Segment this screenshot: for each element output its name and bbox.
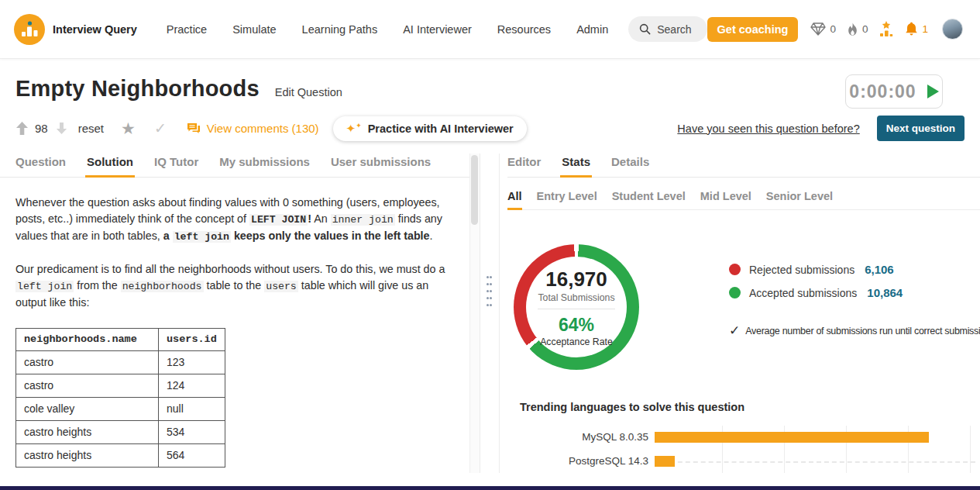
- search-button[interactable]: Search: [628, 16, 707, 42]
- stats-panel: Editor Stats Details All Entry Level Stu…: [500, 154, 980, 473]
- edit-question-link[interactable]: Edit Question: [275, 86, 342, 98]
- donut-center-divider: [538, 309, 615, 309]
- legend-row-rejected: Rejected submissions 6,106: [729, 263, 980, 276]
- nav-item-learning-paths[interactable]: Learning Paths: [302, 23, 378, 36]
- submissions-stats: 16,970 Total Submissions 64% Acceptance …: [507, 210, 980, 370]
- reset-link[interactable]: reset: [78, 122, 104, 135]
- check-icon: ✓: [729, 324, 740, 337]
- solution-paragraph-1: Whenever the question asks about finding…: [15, 195, 456, 245]
- table-row: castro heights564: [16, 443, 225, 467]
- action-right-group: Have you seen this question before? Next…: [677, 116, 965, 141]
- tab-solution[interactable]: Solution: [87, 155, 133, 168]
- page: Interview Query Practice Simulate Learni…: [0, 0, 980, 490]
- join-output-table: neighborhoods.name users.id castro123 ca…: [15, 328, 225, 468]
- bell-count: 1: [922, 23, 928, 35]
- tab-details[interactable]: Details: [611, 155, 649, 168]
- stats-level-filters: All Entry Level Student Level Mid Level …: [507, 178, 980, 210]
- acceptance-rate-label: Acceptance Rate: [540, 336, 613, 347]
- nav-item-ai-interviewer[interactable]: AI Interviewer: [403, 23, 472, 36]
- total-submissions-value: 16,970: [545, 267, 607, 292]
- total-submissions-label: Total Submissions: [538, 292, 614, 303]
- gem-counter: 0: [810, 22, 836, 36]
- legend-dot: [729, 264, 741, 275]
- play-icon[interactable]: [927, 85, 939, 98]
- filter-student-level[interactable]: Student Level: [612, 190, 686, 202]
- get-coaching-button[interactable]: Get coaching: [707, 17, 799, 42]
- content-panels: Question Solution IQ Tutor My submission…: [0, 154, 980, 473]
- bar-row-mysql: MySQL 8.0.35: [507, 430, 980, 443]
- donut-center: 16,970 Total Submissions 64% Acceptance …: [526, 257, 627, 357]
- trending-languages-title: Trending languages to solve this questio…: [507, 401, 980, 413]
- donut-legend: Rejected submissions 6,106 Accepted subm…: [729, 263, 980, 370]
- user-avatar[interactable]: [942, 19, 963, 40]
- table-row: castro124: [16, 374, 225, 397]
- filter-mid-level[interactable]: Mid Level: [700, 190, 751, 202]
- comments-icon: [187, 122, 201, 135]
- practice-ai-interviewer-button[interactable]: ✦✦ Practice with AI Interviewer: [333, 116, 527, 141]
- flame-icon[interactable]: [847, 22, 858, 36]
- splitter-drag-handle-icon[interactable]: [487, 276, 493, 311]
- mark-solved-check-icon[interactable]: ✓: [154, 121, 167, 136]
- solution-paragraph-2: Our predicament is to find all the neigh…: [15, 261, 456, 312]
- action-left-group: 98 reset ★ ✓ View comments (130) ✦✦ Prac…: [15, 116, 527, 141]
- page-title: Empty Neighborhoods: [15, 76, 260, 102]
- tab-editor[interactable]: Editor: [507, 155, 541, 168]
- action-row: 98 reset ★ ✓ View comments (130) ✦✦ Prac…: [0, 114, 980, 143]
- trend-bar: [655, 432, 929, 443]
- solution-content: Whenever the question asks about finding…: [0, 178, 480, 473]
- scrollbar-thumb[interactable]: [471, 155, 478, 225]
- timer-display: 0:00:00: [849, 81, 916, 102]
- streak-count: 0: [862, 23, 868, 35]
- timer-widget: 0:00:00: [845, 74, 943, 109]
- nav-item-simulate[interactable]: Simulate: [232, 23, 276, 36]
- downvote-icon[interactable]: [56, 122, 67, 135]
- view-comments-label: View comments (130): [207, 122, 319, 135]
- sparkles-icon: ✦✦: [346, 122, 362, 134]
- left-panel-scrollbar[interactable]: [469, 154, 480, 473]
- right-tabs: Editor Stats Details: [507, 154, 980, 178]
- upvote-icon[interactable]: [15, 121, 29, 136]
- filter-entry-level[interactable]: Entry Level: [537, 190, 597, 202]
- tab-stats[interactable]: Stats: [562, 155, 590, 168]
- legend-row-accepted: Accepted submissions 10,864: [729, 286, 980, 299]
- table-row: castro heights534: [16, 420, 225, 443]
- left-tabs: Question Solution IQ Tutor My submission…: [0, 154, 480, 178]
- main-nav: Practice Simulate Learning Paths AI Inte…: [167, 23, 608, 36]
- search-label: Search: [657, 23, 691, 36]
- nav-item-admin[interactable]: Admin: [576, 23, 608, 36]
- view-comments-link[interactable]: View comments (130): [187, 122, 319, 135]
- filter-senior-level[interactable]: Senior Level: [766, 190, 833, 202]
- gem-icon[interactable]: [810, 22, 826, 36]
- gem-count: 0: [830, 23, 836, 35]
- trending-languages-chart: MySQL 8.0.35 PostgreSQL 14.3: [507, 430, 980, 468]
- legend-dot: [729, 287, 741, 298]
- bell-icon[interactable]: [905, 22, 918, 36]
- tab-user-submissions[interactable]: User submissions: [331, 155, 431, 168]
- question-panel: Question Solution IQ Tutor My submission…: [0, 154, 480, 473]
- interview-query-logo-icon[interactable]: [14, 14, 45, 45]
- practice-ai-label: Practice with AI Interviewer: [368, 122, 514, 135]
- acceptance-rate-value: 64%: [559, 315, 594, 336]
- favorite-star-icon[interactable]: ★: [121, 120, 136, 136]
- acceptance-donut: 16,970 Total Submissions 64% Acceptance …: [514, 244, 639, 370]
- tab-my-submissions[interactable]: My submissions: [219, 155, 310, 168]
- upvote-count: 98: [35, 122, 48, 135]
- podium-star-icon[interactable]: [879, 21, 894, 37]
- rank-widget: [879, 21, 894, 37]
- nav-item-practice[interactable]: Practice: [167, 23, 207, 36]
- seen-before-link[interactable]: Have you seen this question before?: [677, 122, 859, 135]
- next-question-button[interactable]: Next question: [877, 116, 965, 141]
- nav-item-resources[interactable]: Resources: [497, 23, 551, 36]
- tab-iq-tutor[interactable]: IQ Tutor: [154, 155, 198, 168]
- table-header-row: neighborhoods.name users.id: [16, 328, 225, 350]
- tab-question[interactable]: Question: [15, 155, 66, 168]
- top-navbar: Interview Query Practice Simulate Learni…: [0, 0, 980, 59]
- table-row: castro123: [16, 350, 225, 374]
- bottom-accent-bar: [0, 486, 980, 490]
- bar-row-postgresql: PostgreSQL 14.3: [507, 454, 980, 468]
- table-row: cole valleynull: [16, 397, 225, 420]
- panel-splitter[interactable]: [480, 154, 500, 473]
- search-icon: [639, 23, 651, 35]
- title-row: Empty Neighborhoods Edit Question: [0, 76, 980, 102]
- filter-all[interactable]: All: [507, 190, 522, 202]
